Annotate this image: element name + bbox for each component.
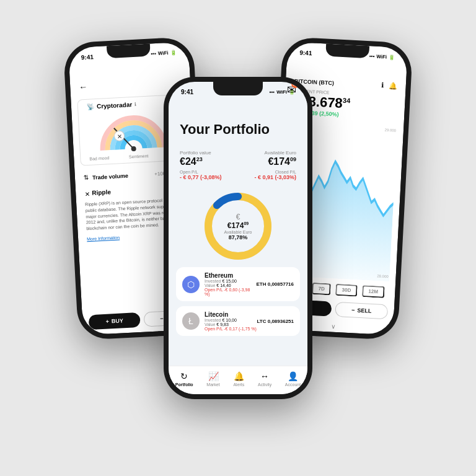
sentiment-label: Sentiment [129, 154, 149, 159]
ltc-info: Litecoin Invested € 10,00 Value € 9,83 O… [205, 311, 257, 331]
alerts-nav-label: Alerts [233, 382, 244, 387]
account-icon: 👤 [288, 371, 298, 381]
eth-invested-label: Invested € 15,00 [205, 279, 257, 283]
svg-text:✕: ✕ [117, 133, 122, 140]
account-nav-label: Account [285, 382, 301, 387]
chart-high-label: 29.000 [385, 128, 397, 133]
bottom-nav: ↻ Portfolio 📈 Market 🔔 Alerts ↔ Activity [169, 366, 307, 394]
portfolio-value-block: Portfolio value €2423 [180, 150, 211, 167]
donut-percentage: 87,78% [224, 234, 252, 240]
coin-item-litecoin[interactable]: Ł Litecoin Invested € 10,00 Value € 9,83… [176, 306, 300, 336]
bell-icon-right[interactable]: 🔔 [388, 82, 397, 90]
donut-euro-symbol: € [224, 213, 252, 221]
open-pnl-value: - € 0,77 (-3,08%) [180, 174, 222, 180]
portfolio-values: Portfolio value €2423 Available Euro €17… [169, 150, 307, 167]
coin-item-ethereum[interactable]: ⬡ Ethereum Invested € 15,00 Value € 14,4… [176, 267, 300, 301]
activity-nav-label: Activity [258, 382, 271, 387]
signal-icon: ▪▪▪ [151, 50, 156, 56]
portfolio-value-amount: €2423 [180, 156, 211, 167]
portfolio-value-label: Portfolio value [180, 150, 211, 156]
nav-activity[interactable]: ↔ Activity [258, 371, 271, 387]
activity-icon: ↔ [260, 371, 269, 381]
signal-icon-c: ▪▪▪ [270, 89, 275, 95]
open-pnl-block: Open P/L - € 0,77 (-3,08%) [180, 170, 222, 180]
time-left: 9:41 [81, 53, 94, 61]
donut-sublabel: Available Euro [224, 230, 252, 234]
center-phone: 9:41 ▪▪▪ WiFi 🔋 ✉ 17 Your Por [164, 77, 312, 399]
mail-icon-area[interactable]: ✉ 17 [287, 83, 296, 97]
time-right: 9:41 [299, 49, 312, 56]
ltc-name: Litecoin [205, 311, 257, 318]
portfolio-header: Your Portfolio [169, 99, 307, 144]
donut-area: € €17409 Available Euro 87,78% [169, 183, 307, 267]
nav-portfolio[interactable]: ↻ Portfolio [175, 371, 193, 387]
donut-chart: € €17409 Available Euro 87,78% [201, 189, 275, 263]
eth-pnl: Open P/L -€ 0,60 (-3,98 %) [205, 288, 257, 296]
more-info-link[interactable]: More Information [87, 235, 120, 241]
ltc-symbol: LTC 0,08936251 [257, 319, 294, 324]
nav-account[interactable]: 👤 Account [285, 371, 301, 387]
eth-info: Ethereum Invested € 15,00 Value € 14,40 … [205, 272, 257, 296]
portfolio-icon: ↻ [180, 371, 188, 381]
portfolio-screen: 9:41 ▪▪▪ WiFi 🔋 ✉ 17 Your Por [169, 82, 307, 394]
donut-amount: €17409 [224, 221, 252, 230]
back-button[interactable]: ← [79, 82, 88, 92]
trade-volume-label: Trade volume [92, 172, 128, 180]
alerts-icon: 🔔 [234, 371, 244, 381]
ltc-pnl: Open P/L -€ 0,17 (-1,75 %) [205, 327, 257, 331]
status-icons-right: ▪▪▪ WiFi 🔋 [369, 53, 395, 60]
phones-container: 9:41 ▪▪▪ WiFi 🔋 ← 📡 Cr [52, 27, 424, 449]
eth-name: Ethereum [205, 272, 257, 279]
open-pnl-label: Open P/L [180, 170, 222, 174]
tf-7d[interactable]: 7D [312, 283, 331, 296]
donut-center: € €17409 Available Euro 87,78% [224, 213, 252, 240]
battery-icon-r: 🔋 [389, 54, 395, 60]
notch-left [107, 43, 151, 58]
eth-symbol: ETH 0,00857716 [257, 281, 294, 287]
available-euro-block: Available Euro €17409 [265, 150, 296, 167]
available-euro-amount: €17409 [265, 156, 296, 167]
eth-right: ETH 0,00857716 [257, 281, 294, 287]
plus-icon: + [105, 319, 109, 325]
pnl-row: Open P/L - € 0,77 (-3,08%) Closed P/L - … [169, 167, 307, 183]
market-nav-label: Market [206, 382, 219, 387]
ltc-invested-label: Invested € 10,00 [205, 318, 257, 322]
bitcoin-header-icons: ℹ 🔔 [381, 81, 397, 90]
tf-12m[interactable]: 12M [362, 285, 385, 298]
closed-pnl-value: - € 0,91 (-3,03%) [254, 174, 296, 180]
buy-button-left[interactable]: + BUY [89, 312, 141, 330]
eth-icon: ⬡ [182, 276, 200, 293]
battery-icon: 🔋 [170, 50, 176, 56]
wifi-icon: WiFi [158, 50, 169, 56]
nav-alerts[interactable]: 🔔 Alerts [233, 371, 244, 387]
chart-low-label: 28.000 [377, 274, 389, 278]
sell-button-right[interactable]: − SELL [335, 302, 388, 319]
time-center: 9:41 [181, 89, 193, 95]
ltc-right: LTC 0,08936251 [257, 319, 294, 324]
signal-icon-r: ▪▪▪ [369, 53, 375, 59]
info-icon[interactable]: ℹ [381, 81, 384, 89]
bad-mood-label: Bad mood [89, 156, 109, 161]
minus-icon-right: − [351, 307, 355, 313]
ripple-title: Ripple [92, 188, 111, 196]
chevron-down-icon: ∨ [331, 323, 336, 330]
nav-market[interactable]: 📈 Market [206, 371, 219, 387]
market-icon: 📈 [208, 371, 219, 381]
ltc-icon: Ł [182, 312, 200, 330]
eth-value-label: Value € 14,40 [205, 283, 257, 288]
ltc-value-label: Value € 9,83 [205, 322, 257, 327]
coin-list: ⬡ Ethereum Invested € 15,00 Value € 14,4… [169, 267, 307, 366]
closed-pnl-block: Closed P/L - € 0,91 (-3,03%) [254, 170, 296, 180]
wifi-icon-c: WiFi [276, 89, 287, 95]
radar-title: Cryptoradar [97, 101, 133, 110]
portfolio-nav-label: Portfolio [175, 382, 193, 387]
closed-pnl-label: Closed P/L [254, 170, 296, 174]
wifi-icon-r: WiFi [376, 53, 387, 60]
available-euro-label: Available Euro [265, 150, 296, 156]
status-icons-left: ▪▪▪ WiFi 🔋 [151, 50, 177, 56]
notch-center [213, 82, 263, 95]
notch-right [325, 43, 369, 58]
tf-30d[interactable]: 30D [335, 284, 358, 297]
portfolio-title: Your Portfolio [180, 121, 296, 138]
mail-badge: 17 [291, 82, 299, 88]
